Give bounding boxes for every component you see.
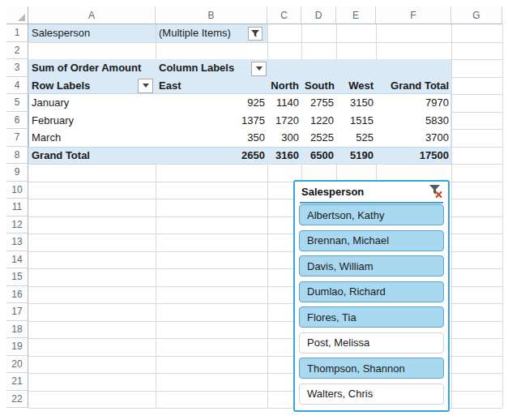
cell-A4-row-labels[interactable]: Row Labels <box>28 77 156 95</box>
column-header-A[interactable]: A <box>28 6 156 24</box>
pivot-value-cell[interactable]: 925 <box>156 94 267 112</box>
pivot-value-cell[interactable]: 1220 <box>301 112 336 130</box>
pivot-col-header-north[interactable]: North <box>267 77 301 95</box>
pivot-row-label-january[interactable]: January <box>28 94 156 112</box>
row-header-7[interactable]: 7 <box>6 129 28 147</box>
slicer-item-dumlao-richard[interactable]: Dumlao, Richard <box>299 281 444 302</box>
pivot-row-label-february[interactable]: February <box>28 112 156 130</box>
pivot-value-cell[interactable]: 525 <box>336 129 376 147</box>
pivot-grand-total-label[interactable]: Grand Total <box>28 147 156 165</box>
column-header-B[interactable]: B <box>156 6 267 24</box>
pivot-col-header-west[interactable]: West <box>336 77 376 95</box>
pivot-value-cell[interactable]: 3150 <box>336 94 376 112</box>
row-header-17[interactable]: 17 <box>6 303 28 321</box>
row-header-15[interactable]: 15 <box>6 268 28 286</box>
pivot-value-cell[interactable]: 5830 <box>376 112 451 130</box>
pivot-value-cell[interactable]: 2755 <box>301 94 336 112</box>
slicer-salesperson: Salesperson Albertson, Kathy Brennan, Mi… <box>293 180 450 412</box>
column-labels-dropdown-button[interactable] <box>251 62 267 76</box>
select-all-corner[interactable] <box>6 6 28 24</box>
row-header-21[interactable]: 21 <box>6 373 28 391</box>
row-header-5[interactable]: 5 <box>6 94 28 112</box>
row-header-16[interactable]: 16 <box>6 286 28 304</box>
row-header-19[interactable]: 19 <box>6 338 28 356</box>
pivot-value-cell[interactable]: 2525 <box>301 129 336 147</box>
slicer-item-thompson-shannon[interactable]: Thompson, Shannon <box>299 358 444 379</box>
row-header-18[interactable]: 18 <box>6 321 28 339</box>
row-labels-dropdown-button[interactable] <box>138 79 153 93</box>
pivot-col-header-grand-total[interactable]: Grand Total <box>376 77 451 95</box>
pivot-grand-total-cell[interactable]: 5190 <box>336 147 376 165</box>
row-header-6[interactable]: 6 <box>6 112 28 130</box>
pivot-value-cell[interactable]: 7970 <box>376 94 451 112</box>
row-header-10[interactable]: 10 <box>6 182 28 199</box>
pivot-grand-total-cell[interactable]: 2650 <box>156 147 267 165</box>
excel-worksheet: ABCDEFG 12345678910111213141516171819202… <box>0 0 508 420</box>
row-header-1[interactable]: 1 <box>6 24 28 42</box>
column-header-E[interactable]: E <box>336 6 376 24</box>
row-header-20[interactable]: 20 <box>6 356 28 374</box>
pivot-value-cell[interactable]: 1375 <box>156 112 267 130</box>
funnel-clear-icon <box>427 184 443 199</box>
pivot-value-cell[interactable]: 300 <box>267 129 301 147</box>
pivot-value-cell[interactable]: 350 <box>156 129 267 147</box>
chevron-down-icon <box>143 84 149 88</box>
pivot-grand-total-cell[interactable]: 17500 <box>376 147 451 165</box>
row-header-9[interactable]: 9 <box>6 164 28 182</box>
row-header-4[interactable]: 4 <box>6 77 28 95</box>
slicer-item-davis-william[interactable]: Davis, William <box>299 255 444 276</box>
row-header-2[interactable]: 2 <box>6 42 28 60</box>
cell-A3-measure-name[interactable]: Sum of Order Amount <box>28 59 156 77</box>
slicer-header-underline <box>300 202 443 204</box>
slicer-item-brennan-michael[interactable]: Brennan, Michael <box>299 230 444 251</box>
column-header-G[interactable]: G <box>451 6 502 24</box>
row-header-8[interactable]: 8 <box>6 147 28 165</box>
row-header-12[interactable]: 12 <box>6 216 28 234</box>
gridline <box>28 42 502 43</box>
pivot-value-cell[interactable]: 1140 <box>267 94 301 112</box>
row-header-11[interactable]: 11 <box>6 199 28 216</box>
slicer-item-flores-tia[interactable]: Flores, Tia <box>299 306 444 328</box>
row-header-22[interactable]: 22 <box>6 391 28 409</box>
pivot-grand-total-cell[interactable]: 3160 <box>267 147 301 165</box>
row-header-3[interactable]: 3 <box>6 59 28 77</box>
slicer-item-walters-chris[interactable]: Walters, Chris <box>299 384 444 405</box>
pivot-value-cell[interactable]: 3700 <box>376 129 451 147</box>
pivot-value-cell[interactable]: 1720 <box>267 112 301 130</box>
column-header-F[interactable]: F <box>376 6 451 24</box>
chevron-down-icon <box>256 66 263 71</box>
pivot-row-label-march[interactable]: March <box>28 129 156 147</box>
gridline <box>28 164 502 165</box>
clear-filter-button[interactable] <box>425 183 445 201</box>
column-header-D[interactable]: D <box>301 6 336 24</box>
slicer-item-albertson-kathy[interactable]: Albertson, Kathy <box>299 204 444 225</box>
gridline <box>502 24 503 408</box>
row-header-13[interactable]: 13 <box>6 234 28 251</box>
select-all-triangle-icon <box>18 14 25 21</box>
pivot-value-cell[interactable]: 1515 <box>336 112 376 130</box>
funnel-icon <box>250 29 260 38</box>
report-filter-funnel-button[interactable] <box>248 27 263 41</box>
pivot-col-header-east[interactable]: East <box>156 77 267 95</box>
pivot-grand-total-cell[interactable]: 6500 <box>301 147 336 165</box>
pivot-col-header-south[interactable]: South <box>301 77 336 95</box>
row-header-14[interactable]: 14 <box>6 251 28 269</box>
slicer-title: Salesperson <box>301 186 364 198</box>
cell-A1-filter-field[interactable]: Salesperson <box>28 24 156 42</box>
column-header-C[interactable]: C <box>267 6 301 24</box>
slicer-item-post-melissa[interactable]: Post, Melissa <box>299 332 444 354</box>
